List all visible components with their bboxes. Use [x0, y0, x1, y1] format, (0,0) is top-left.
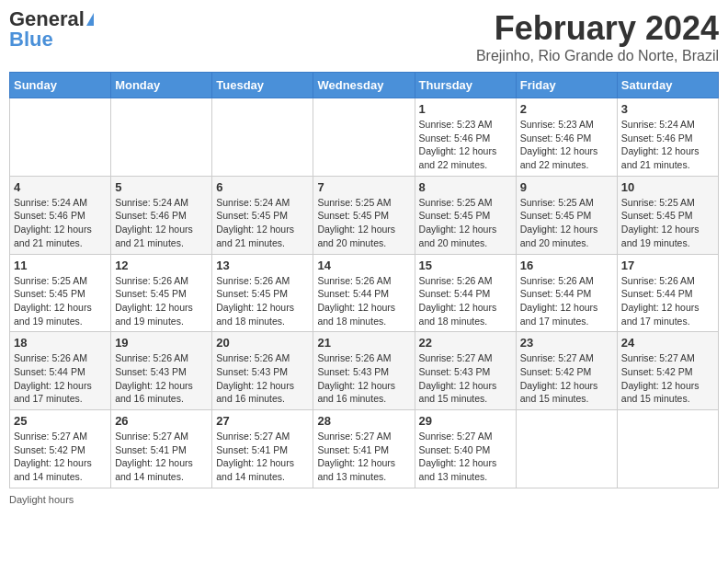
calendar-cell: 8Sunrise: 5:25 AM Sunset: 5:45 PM Daylig… — [415, 176, 516, 254]
day-number: 5 — [115, 180, 208, 194]
day-info: Sunrise: 5:23 AM Sunset: 5:46 PM Dayligh… — [520, 118, 613, 172]
calendar-cell: 18Sunrise: 5:26 AM Sunset: 5:44 PM Dayli… — [10, 332, 111, 410]
day-info: Sunrise: 5:26 AM Sunset: 5:43 PM Dayligh… — [115, 351, 208, 406]
day-info: Sunrise: 5:27 AM Sunset: 5:41 PM Dayligh… — [115, 430, 208, 484]
daylight-label: Daylight hours — [9, 494, 74, 505]
day-info: Sunrise: 5:25 AM Sunset: 5:45 PM Dayligh… — [419, 196, 512, 250]
day-info: Sunrise: 5:25 AM Sunset: 5:45 PM Dayligh… — [14, 274, 107, 328]
day-number: 26 — [115, 414, 208, 428]
day-number: 8 — [419, 180, 512, 194]
header: General Blue February 2024 Brejinho, Rio… — [9, 9, 719, 64]
day-number: 11 — [14, 259, 107, 272]
calendar-cell: 15Sunrise: 5:26 AM Sunset: 5:44 PM Dayli… — [415, 254, 516, 332]
day-info: Sunrise: 5:27 AM Sunset: 5:42 PM Dayligh… — [14, 430, 107, 484]
day-number: 18 — [14, 336, 107, 350]
dow-header: Friday — [516, 73, 617, 98]
day-number: 22 — [419, 336, 512, 350]
logo-triangle-icon — [86, 13, 94, 26]
calendar-cell: 3Sunrise: 5:24 AM Sunset: 5:46 PM Daylig… — [617, 98, 718, 177]
calendar-cell: 21Sunrise: 5:26 AM Sunset: 5:43 PM Dayli… — [313, 332, 415, 410]
day-info: Sunrise: 5:23 AM Sunset: 5:46 PM Dayligh… — [419, 118, 512, 172]
day-info: Sunrise: 5:27 AM Sunset: 5:41 PM Dayligh… — [216, 430, 309, 484]
day-info: Sunrise: 5:26 AM Sunset: 5:44 PM Dayligh… — [419, 274, 512, 328]
dow-header: Thursday — [415, 73, 516, 98]
calendar-cell: 7Sunrise: 5:25 AM Sunset: 5:45 PM Daylig… — [313, 176, 415, 254]
day-info: Sunrise: 5:27 AM Sunset: 5:41 PM Dayligh… — [317, 430, 410, 484]
calendar-cell — [617, 410, 718, 488]
calendar-cell: 23Sunrise: 5:27 AM Sunset: 5:42 PM Dayli… — [516, 332, 617, 410]
logo-blue: Blue — [9, 29, 53, 50]
day-info: Sunrise: 5:26 AM Sunset: 5:44 PM Dayligh… — [14, 351, 107, 406]
dow-header: Tuesday — [212, 73, 313, 98]
day-info: Sunrise: 5:24 AM Sunset: 5:46 PM Dayligh… — [621, 118, 714, 172]
day-info: Sunrise: 5:26 AM Sunset: 5:45 PM Dayligh… — [216, 274, 309, 328]
day-number: 12 — [115, 259, 208, 272]
day-number: 4 — [14, 180, 107, 194]
calendar-cell: 26Sunrise: 5:27 AM Sunset: 5:41 PM Dayli… — [111, 410, 212, 488]
day-number: 2 — [520, 102, 613, 116]
day-info: Sunrise: 5:27 AM Sunset: 5:40 PM Dayligh… — [419, 430, 512, 484]
day-number: 1 — [419, 102, 512, 116]
day-number: 6 — [216, 180, 309, 194]
logo: General Blue — [9, 9, 94, 50]
calendar-cell: 9Sunrise: 5:25 AM Sunset: 5:45 PM Daylig… — [516, 176, 617, 254]
dow-header: Monday — [111, 73, 212, 98]
day-number: 19 — [115, 336, 208, 350]
calendar-cell: 27Sunrise: 5:27 AM Sunset: 5:41 PM Dayli… — [212, 410, 313, 488]
main-title: February 2024 — [476, 9, 719, 48]
calendar-cell: 10Sunrise: 5:25 AM Sunset: 5:45 PM Dayli… — [617, 176, 718, 254]
calendar: SundayMondayTuesdayWednesdayThursdayFrid… — [9, 72, 719, 488]
calendar-cell — [111, 98, 212, 177]
day-number: 24 — [621, 336, 714, 350]
calendar-cell: 4Sunrise: 5:24 AM Sunset: 5:46 PM Daylig… — [10, 176, 111, 254]
day-number: 14 — [317, 259, 410, 272]
calendar-week: 11Sunrise: 5:25 AM Sunset: 5:45 PM Dayli… — [10, 254, 719, 332]
day-number: 7 — [317, 180, 410, 194]
day-number: 9 — [520, 180, 613, 194]
day-number: 23 — [520, 336, 613, 350]
calendar-cell: 25Sunrise: 5:27 AM Sunset: 5:42 PM Dayli… — [10, 410, 111, 488]
day-info: Sunrise: 5:26 AM Sunset: 5:44 PM Dayligh… — [520, 274, 613, 328]
dow-header: Wednesday — [313, 73, 415, 98]
day-info: Sunrise: 5:24 AM Sunset: 5:45 PM Dayligh… — [216, 196, 309, 250]
calendar-cell: 11Sunrise: 5:25 AM Sunset: 5:45 PM Dayli… — [10, 254, 111, 332]
calendar-cell: 20Sunrise: 5:26 AM Sunset: 5:43 PM Dayli… — [212, 332, 313, 410]
calendar-cell: 16Sunrise: 5:26 AM Sunset: 5:44 PM Dayli… — [516, 254, 617, 332]
calendar-cell: 13Sunrise: 5:26 AM Sunset: 5:45 PM Dayli… — [212, 254, 313, 332]
day-number: 10 — [621, 180, 714, 194]
calendar-week: 4Sunrise: 5:24 AM Sunset: 5:46 PM Daylig… — [10, 176, 719, 254]
calendar-cell: 2Sunrise: 5:23 AM Sunset: 5:46 PM Daylig… — [516, 98, 617, 177]
calendar-week: 1Sunrise: 5:23 AM Sunset: 5:46 PM Daylig… — [10, 98, 719, 177]
calendar-cell: 6Sunrise: 5:24 AM Sunset: 5:45 PM Daylig… — [212, 176, 313, 254]
calendar-cell: 14Sunrise: 5:26 AM Sunset: 5:44 PM Dayli… — [313, 254, 415, 332]
day-info: Sunrise: 5:26 AM Sunset: 5:43 PM Dayligh… — [317, 351, 410, 406]
calendar-cell — [516, 410, 617, 488]
day-info: Sunrise: 5:26 AM Sunset: 5:45 PM Dayligh… — [115, 274, 208, 328]
calendar-cell: 28Sunrise: 5:27 AM Sunset: 5:41 PM Dayli… — [313, 410, 415, 488]
day-info: Sunrise: 5:25 AM Sunset: 5:45 PM Dayligh… — [317, 196, 410, 250]
calendar-cell: 29Sunrise: 5:27 AM Sunset: 5:40 PM Dayli… — [415, 410, 516, 488]
calendar-week: 25Sunrise: 5:27 AM Sunset: 5:42 PM Dayli… — [10, 410, 719, 488]
day-number: 20 — [216, 336, 309, 350]
calendar-cell — [212, 98, 313, 177]
day-info: Sunrise: 5:24 AM Sunset: 5:46 PM Dayligh… — [115, 196, 208, 250]
day-number: 21 — [317, 336, 410, 350]
dow-header: Sunday — [10, 73, 111, 98]
calendar-cell: 19Sunrise: 5:26 AM Sunset: 5:43 PM Dayli… — [111, 332, 212, 410]
day-info: Sunrise: 5:26 AM Sunset: 5:43 PM Dayligh… — [216, 351, 309, 406]
calendar-cell — [10, 98, 111, 177]
day-info: Sunrise: 5:24 AM Sunset: 5:46 PM Dayligh… — [14, 196, 107, 250]
day-number: 17 — [621, 259, 714, 272]
calendar-cell: 5Sunrise: 5:24 AM Sunset: 5:46 PM Daylig… — [111, 176, 212, 254]
day-info: Sunrise: 5:26 AM Sunset: 5:44 PM Dayligh… — [317, 274, 410, 328]
title-area: February 2024 Brejinho, Rio Grande do No… — [476, 9, 719, 64]
calendar-body: 1Sunrise: 5:23 AM Sunset: 5:46 PM Daylig… — [10, 98, 719, 488]
day-of-week-row: SundayMondayTuesdayWednesdayThursdayFrid… — [10, 73, 719, 98]
subtitle: Brejinho, Rio Grande do Norte, Brazil — [476, 48, 719, 64]
day-info: Sunrise: 5:27 AM Sunset: 5:42 PM Dayligh… — [520, 351, 613, 406]
day-number: 25 — [14, 414, 107, 428]
day-info: Sunrise: 5:27 AM Sunset: 5:42 PM Dayligh… — [621, 351, 714, 406]
day-number: 15 — [419, 259, 512, 272]
day-number: 27 — [216, 414, 309, 428]
dow-header: Saturday — [617, 73, 718, 98]
